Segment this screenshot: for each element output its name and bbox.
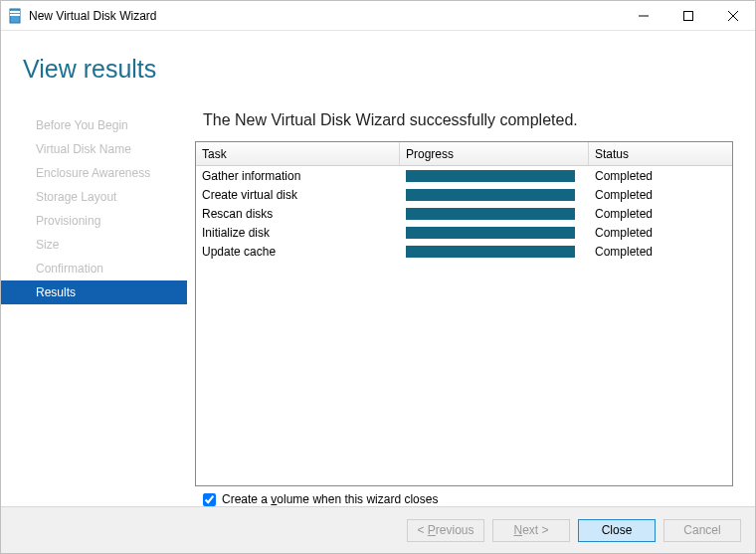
sidebar-item-provisioning: Provisioning bbox=[1, 209, 187, 233]
cell-status: Completed bbox=[589, 188, 732, 202]
next-button: Next > bbox=[492, 519, 570, 542]
sidebar-item-label: Virtual Disk Name bbox=[36, 142, 131, 156]
minimize-button[interactable] bbox=[621, 1, 665, 30]
cell-task: Rescan disks bbox=[196, 207, 400, 221]
sidebar-item-label: Before You Begin bbox=[36, 118, 128, 132]
cell-progress bbox=[400, 208, 589, 220]
window-title: New Virtual Disk Wizard bbox=[29, 9, 156, 23]
titlebar: New Virtual Disk Wizard bbox=[1, 1, 755, 31]
sidebar-item-label: Provisioning bbox=[36, 214, 100, 228]
wizard-footer: < Previous Next > Close Cancel bbox=[1, 506, 755, 553]
cell-status: Completed bbox=[589, 169, 732, 183]
cell-task: Initialize disk bbox=[196, 226, 400, 240]
cell-progress bbox=[400, 170, 589, 182]
sidebar-item-size: Size bbox=[1, 233, 187, 257]
cell-status: Completed bbox=[589, 245, 732, 259]
table-row: Rescan disks Completed bbox=[196, 204, 732, 223]
sidebar-item-label: Results bbox=[36, 285, 76, 299]
svg-rect-2 bbox=[10, 14, 20, 16]
svg-rect-4 bbox=[683, 11, 692, 20]
main-panel: The New Virtual Disk Wizard successfully… bbox=[187, 105, 755, 506]
sidebar-item-results: Results bbox=[1, 280, 187, 304]
page-heading: View results bbox=[23, 55, 755, 84]
table-row: Gather information Completed bbox=[196, 166, 732, 185]
col-header-progress[interactable]: Progress bbox=[400, 142, 589, 165]
svg-rect-1 bbox=[10, 11, 20, 13]
cell-progress bbox=[400, 189, 589, 201]
sidebar-item-enclosure-awareness: Enclosure Awareness bbox=[1, 161, 187, 185]
app-icon bbox=[7, 8, 23, 24]
table-row: Create virtual disk Completed bbox=[196, 185, 732, 204]
maximize-button[interactable] bbox=[665, 1, 710, 30]
cell-progress bbox=[400, 227, 589, 239]
sidebar-item-virtual-disk-name: Virtual Disk Name bbox=[1, 137, 187, 161]
progress-bar bbox=[406, 246, 575, 258]
close-window-button[interactable] bbox=[710, 1, 755, 30]
result-summary-text: The New Virtual Disk Wizard successfully… bbox=[195, 105, 733, 141]
window-controls bbox=[621, 1, 755, 30]
sidebar-item-label: Enclosure Awareness bbox=[36, 166, 150, 180]
cell-progress bbox=[400, 246, 589, 258]
cell-task: Update cache bbox=[196, 245, 400, 259]
sidebar-item-storage-layout: Storage Layout bbox=[1, 185, 187, 209]
grid-header: Task Progress Status bbox=[196, 142, 732, 166]
results-grid: Task Progress Status Gather information … bbox=[195, 141, 733, 486]
step-sidebar: Before You Begin Virtual Disk Name Enclo… bbox=[1, 105, 187, 506]
progress-bar bbox=[406, 189, 575, 201]
previous-button: < Previous bbox=[407, 519, 484, 542]
cell-task: Gather information bbox=[196, 169, 400, 183]
cancel-button: Cancel bbox=[663, 519, 741, 542]
close-button[interactable]: Close bbox=[578, 519, 656, 542]
progress-bar bbox=[406, 170, 575, 182]
create-volume-checkbox[interactable] bbox=[203, 493, 216, 506]
table-row: Update cache Completed bbox=[196, 242, 732, 261]
cell-status: Completed bbox=[589, 226, 732, 240]
progress-bar bbox=[406, 227, 575, 239]
body-area: Before You Begin Virtual Disk Name Enclo… bbox=[1, 105, 755, 506]
page-heading-area: View results bbox=[1, 31, 755, 105]
sidebar-item-confirmation: Confirmation bbox=[1, 257, 187, 280]
create-volume-option-row: Create a volume when this wizard closes bbox=[195, 486, 733, 506]
wizard-window: New Virtual Disk Wizard View results Bef… bbox=[0, 0, 756, 554]
table-row: Initialize disk Completed bbox=[196, 223, 732, 242]
create-volume-label[interactable]: Create a volume when this wizard closes bbox=[222, 492, 438, 506]
progress-bar bbox=[406, 208, 575, 220]
col-header-status[interactable]: Status bbox=[589, 142, 732, 165]
cell-task: Create virtual disk bbox=[196, 188, 400, 202]
cell-status: Completed bbox=[589, 207, 732, 221]
sidebar-item-label: Size bbox=[36, 238, 59, 252]
sidebar-item-label: Confirmation bbox=[36, 262, 103, 276]
col-header-task[interactable]: Task bbox=[196, 142, 400, 165]
sidebar-item-label: Storage Layout bbox=[36, 190, 116, 204]
sidebar-item-before-you-begin: Before You Begin bbox=[1, 113, 187, 137]
